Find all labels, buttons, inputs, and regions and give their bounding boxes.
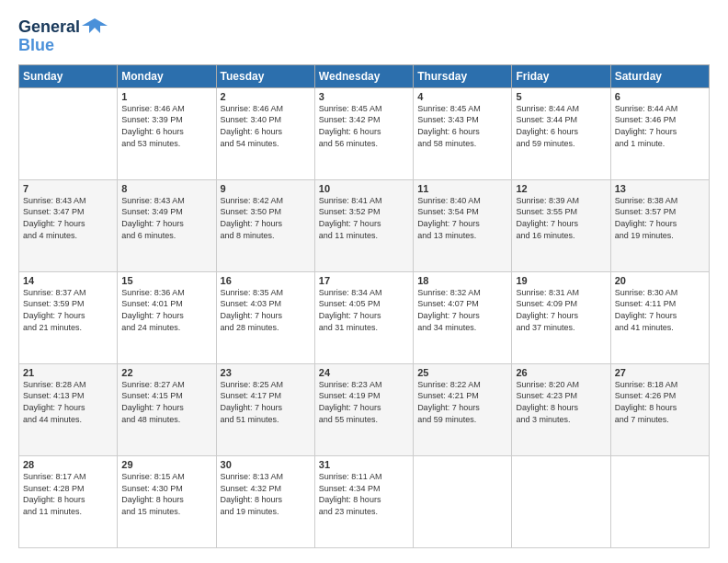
calendar-cell [19,87,118,179]
day-info: Sunrise: 8:35 AMSunset: 4:03 PMDaylight:… [221,287,311,333]
day-info: Sunrise: 8:18 AMSunset: 4:26 PMDaylight:… [615,379,705,425]
day-number: 25 [417,367,507,378]
day-number: 8 [121,183,211,194]
day-header-tuesday: Tuesday [216,64,314,87]
day-number: 4 [417,91,507,102]
day-number: 14 [23,275,113,286]
day-number: 6 [615,91,705,102]
day-info: Sunrise: 8:37 AMSunset: 3:59 PMDaylight:… [23,287,113,333]
day-info: Sunrise: 8:20 AMSunset: 4:23 PMDaylight:… [516,379,606,425]
calendar-cell: 11Sunrise: 8:40 AMSunset: 3:54 PMDayligh… [414,179,512,271]
day-number: 24 [319,367,409,378]
calendar-cell: 6Sunrise: 8:44 AMSunset: 3:46 PMDaylight… [610,87,709,179]
header: General Blue [18,15,710,55]
day-info: Sunrise: 8:23 AMSunset: 4:19 PMDaylight:… [319,379,409,425]
day-info: Sunrise: 8:36 AMSunset: 4:01 PMDaylight:… [121,287,211,333]
day-number: 2 [221,91,311,102]
calendar-cell: 16Sunrise: 8:35 AMSunset: 4:03 PMDayligh… [216,271,314,363]
calendar-cell: 2Sunrise: 8:46 AMSunset: 3:40 PMDaylight… [216,87,314,179]
calendar-cell: 5Sunrise: 8:44 AMSunset: 3:44 PMDaylight… [512,87,610,179]
day-number: 11 [417,183,507,194]
day-number: 10 [319,183,409,194]
day-number: 26 [516,367,606,378]
day-header-thursday: Thursday [414,64,512,87]
day-number: 15 [121,275,211,286]
day-info: Sunrise: 8:40 AMSunset: 3:54 PMDaylight:… [417,195,507,241]
calendar-week-row: 14Sunrise: 8:37 AMSunset: 3:59 PMDayligh… [19,271,710,363]
day-info: Sunrise: 8:38 AMSunset: 3:57 PMDaylight:… [615,195,705,241]
calendar-cell: 30Sunrise: 8:13 AMSunset: 4:32 PMDayligh… [216,455,314,547]
day-info: Sunrise: 8:22 AMSunset: 4:21 PMDaylight:… [417,379,507,425]
calendar-cell: 8Sunrise: 8:43 AMSunset: 3:49 PMDaylight… [118,179,216,271]
day-number: 1 [121,91,211,102]
logo-bird-icon [82,15,108,40]
day-header-wednesday: Wednesday [314,64,413,87]
day-info: Sunrise: 8:41 AMSunset: 3:52 PMDaylight:… [319,195,409,241]
calendar-cell [414,455,512,547]
calendar-cell: 12Sunrise: 8:39 AMSunset: 3:55 PMDayligh… [512,179,610,271]
logo: General Blue [18,15,108,55]
day-number: 9 [221,183,311,194]
calendar-cell: 31Sunrise: 8:11 AMSunset: 4:34 PMDayligh… [314,455,413,547]
calendar-cell: 14Sunrise: 8:37 AMSunset: 3:59 PMDayligh… [19,271,118,363]
day-number: 21 [23,367,113,378]
calendar-cell: 13Sunrise: 8:38 AMSunset: 3:57 PMDayligh… [610,179,709,271]
calendar-cell: 18Sunrise: 8:32 AMSunset: 4:07 PMDayligh… [414,271,512,363]
day-header-saturday: Saturday [610,64,709,87]
day-number: 20 [615,275,705,286]
day-info: Sunrise: 8:30 AMSunset: 4:11 PMDaylight:… [615,287,705,333]
calendar-cell: 15Sunrise: 8:36 AMSunset: 4:01 PMDayligh… [118,271,216,363]
day-info: Sunrise: 8:15 AMSunset: 4:30 PMDaylight:… [121,471,211,517]
calendar-header-row: SundayMondayTuesdayWednesdayThursdayFrid… [19,64,710,87]
calendar-cell: 7Sunrise: 8:43 AMSunset: 3:47 PMDaylight… [19,179,118,271]
svg-marker-0 [82,18,108,33]
day-info: Sunrise: 8:44 AMSunset: 3:46 PMDaylight:… [615,103,705,149]
day-number: 12 [516,183,606,194]
day-number: 28 [23,459,113,470]
calendar-cell: 26Sunrise: 8:20 AMSunset: 4:23 PMDayligh… [512,363,610,455]
calendar-week-row: 28Sunrise: 8:17 AMSunset: 4:28 PMDayligh… [19,455,710,547]
day-info: Sunrise: 8:45 AMSunset: 3:42 PMDaylight:… [319,103,409,149]
calendar-table: SundayMondayTuesdayWednesdayThursdayFrid… [18,64,710,548]
day-info: Sunrise: 8:28 AMSunset: 4:13 PMDaylight:… [23,379,113,425]
calendar-cell [512,455,610,547]
day-number: 16 [221,275,311,286]
logo-text: General [18,18,80,37]
calendar-cell: 20Sunrise: 8:30 AMSunset: 4:11 PMDayligh… [610,271,709,363]
calendar-cell: 24Sunrise: 8:23 AMSunset: 4:19 PMDayligh… [314,363,413,455]
day-info: Sunrise: 8:42 AMSunset: 3:50 PMDaylight:… [221,195,311,241]
calendar-week-row: 7Sunrise: 8:43 AMSunset: 3:47 PMDaylight… [19,179,710,271]
calendar-cell: 4Sunrise: 8:45 AMSunset: 3:43 PMDaylight… [414,87,512,179]
day-info: Sunrise: 8:44 AMSunset: 3:44 PMDaylight:… [516,103,606,149]
day-info: Sunrise: 8:25 AMSunset: 4:17 PMDaylight:… [221,379,311,425]
calendar-cell: 29Sunrise: 8:15 AMSunset: 4:30 PMDayligh… [118,455,216,547]
calendar-week-row: 1Sunrise: 8:46 AMSunset: 3:39 PMDaylight… [19,87,710,179]
day-number: 29 [121,459,211,470]
day-header-sunday: Sunday [19,64,118,87]
day-header-friday: Friday [512,64,610,87]
day-info: Sunrise: 8:13 AMSunset: 4:32 PMDaylight:… [221,471,311,517]
day-number: 19 [516,275,606,286]
day-number: 3 [319,91,409,102]
day-info: Sunrise: 8:11 AMSunset: 4:34 PMDaylight:… [319,471,409,517]
day-info: Sunrise: 8:43 AMSunset: 3:49 PMDaylight:… [121,195,211,241]
day-number: 27 [615,367,705,378]
calendar-cell: 23Sunrise: 8:25 AMSunset: 4:17 PMDayligh… [216,363,314,455]
calendar-cell: 27Sunrise: 8:18 AMSunset: 4:26 PMDayligh… [610,363,709,455]
calendar-cell: 9Sunrise: 8:42 AMSunset: 3:50 PMDaylight… [216,179,314,271]
calendar-cell: 21Sunrise: 8:28 AMSunset: 4:13 PMDayligh… [19,363,118,455]
day-info: Sunrise: 8:43 AMSunset: 3:47 PMDaylight:… [23,195,113,241]
day-number: 31 [319,459,409,470]
calendar-cell: 25Sunrise: 8:22 AMSunset: 4:21 PMDayligh… [414,363,512,455]
day-info: Sunrise: 8:46 AMSunset: 3:39 PMDaylight:… [121,103,211,149]
calendar-cell: 10Sunrise: 8:41 AMSunset: 3:52 PMDayligh… [314,179,413,271]
calendar-cell: 28Sunrise: 8:17 AMSunset: 4:28 PMDayligh… [19,455,118,547]
day-number: 7 [23,183,113,194]
calendar-cell: 19Sunrise: 8:31 AMSunset: 4:09 PMDayligh… [512,271,610,363]
calendar-week-row: 21Sunrise: 8:28 AMSunset: 4:13 PMDayligh… [19,363,710,455]
calendar-cell: 22Sunrise: 8:27 AMSunset: 4:15 PMDayligh… [118,363,216,455]
day-info: Sunrise: 8:32 AMSunset: 4:07 PMDaylight:… [417,287,507,333]
day-number: 18 [417,275,507,286]
calendar-cell: 1Sunrise: 8:46 AMSunset: 3:39 PMDaylight… [118,87,216,179]
day-info: Sunrise: 8:39 AMSunset: 3:55 PMDaylight:… [516,195,606,241]
